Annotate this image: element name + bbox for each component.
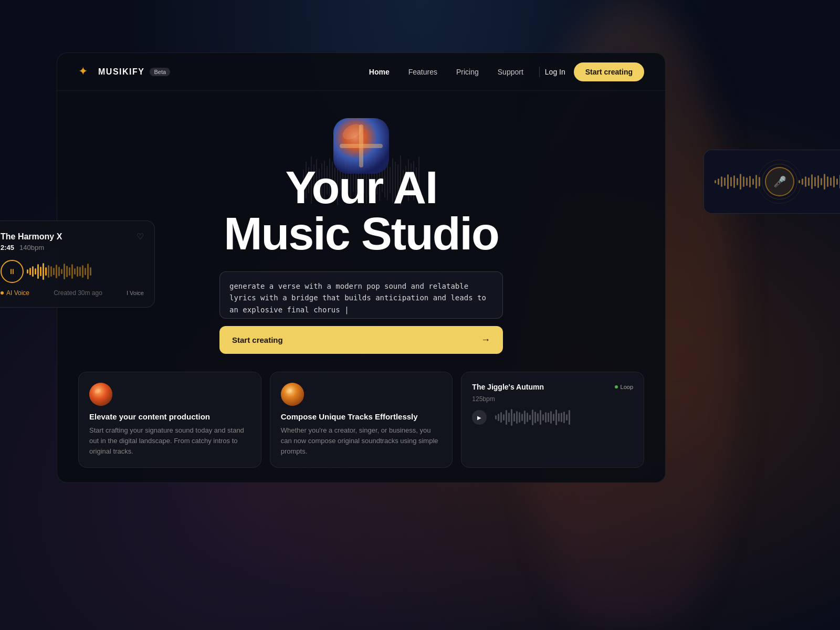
prompt-input[interactable]: [219, 271, 503, 319]
loop-badge: Loop: [615, 384, 633, 390]
created-time: Created 30m ago: [54, 289, 102, 297]
navbar: ✦ MUSIKIFY Beta Home Features Pricing Su…: [57, 53, 665, 91]
floating-track-meta: 2:45 140bpm: [1, 244, 144, 251]
floating-player-card: The Harmony X ♡ 2:45 140bpm ⏸ AI Voice C…: [0, 220, 155, 308]
track-card: The Jiggle's Autumn Loop 125bpm ▶: [461, 372, 644, 468]
loop-dot: [615, 385, 618, 388]
svg-point-6: [281, 383, 304, 406]
nav-home[interactable]: Home: [369, 68, 390, 76]
waveform-player: ⏸: [1, 260, 144, 283]
start-creating-nav-button[interactable]: Start creating: [574, 62, 644, 81]
track-play-button[interactable]: ▶: [472, 410, 487, 425]
arrow-icon: →: [481, 334, 490, 345]
loop-label: Loop: [621, 384, 633, 390]
logo-icon: ✦: [78, 65, 93, 79]
feature-card-1: Elevate your content production Start cr…: [78, 372, 261, 468]
start-creating-label: Start creating: [232, 335, 283, 344]
login-button[interactable]: Log In: [545, 68, 565, 76]
beta-badge: Beta: [150, 68, 170, 76]
track-waveform: [495, 409, 570, 426]
track-bpm: 140bpm: [19, 244, 44, 251]
voice-waveform-left: [715, 174, 761, 190]
mic-button[interactable]: 🎤: [765, 167, 794, 196]
hero-title-your: Your: [285, 161, 393, 213]
nav-pricing[interactable]: Pricing: [456, 68, 479, 76]
track-card-bpm: 125bpm: [472, 395, 633, 403]
brand-name: MUSIKIFY: [98, 67, 144, 77]
track-time: 2:45: [1, 244, 14, 251]
hero-title: Your AI Music Studio: [224, 164, 499, 257]
feature-card-1-title: Elevate your content production: [89, 412, 250, 421]
voice-waveform-right: [799, 174, 840, 190]
track-player-row: ▶: [472, 409, 633, 426]
feature-card-2: Compose Unique Tracks Effortlessly Wheth…: [270, 372, 453, 468]
mic-icon: 🎤: [773, 175, 786, 188]
nav-links: Home Features Pricing Support: [369, 68, 523, 76]
voice-label: I Voice: [127, 290, 144, 296]
track-card-header: The Jiggle's Autumn Loop: [472, 383, 633, 391]
ai-dot: [1, 291, 4, 295]
heart-icon[interactable]: ♡: [136, 232, 144, 242]
feature-card-2-desc: Whether you're a creator, singer, or bus…: [281, 425, 442, 457]
floating-recorder-card: 🎤: [704, 150, 840, 214]
nav-support[interactable]: Support: [498, 68, 523, 76]
cards-row: Elevate your content production Start cr…: [57, 359, 665, 480]
feature-card-2-title: Compose Unique Tracks Effortlessly: [281, 412, 442, 421]
voice-recorder: 🎤: [704, 150, 840, 213]
ai-voice-indicator: AI Voice: [1, 289, 29, 297]
ai-voice-label: AI Voice: [6, 289, 29, 297]
card-icon-2: [281, 383, 304, 406]
hero-title-ai: AI: [393, 161, 437, 213]
floating-footer: AI Voice Created 30m ago I Voice: [1, 289, 144, 297]
floating-track-name: The Harmony X: [1, 232, 62, 242]
track-card-name: The Jiggle's Autumn: [472, 383, 544, 391]
pause-icon: ⏸: [8, 267, 16, 276]
feature-card-1-desc: Start crafting your signature sound toda…: [89, 425, 250, 457]
waveform-bars: [27, 262, 144, 281]
nav-features[interactable]: Features: [408, 68, 437, 76]
logo-area: ✦ MUSIKIFY Beta: [78, 65, 369, 79]
card-icon-1: [89, 383, 112, 406]
prompt-container: Start creating →: [219, 271, 503, 354]
nav-divider: [539, 67, 540, 77]
play-pause-button[interactable]: ⏸: [1, 260, 24, 283]
hero-title-music-studio: Music Studio: [224, 207, 499, 259]
svg-point-4: [89, 383, 112, 406]
floating-track-header: The Harmony X ♡: [1, 232, 144, 242]
start-creating-button[interactable]: Start creating →: [219, 326, 503, 354]
